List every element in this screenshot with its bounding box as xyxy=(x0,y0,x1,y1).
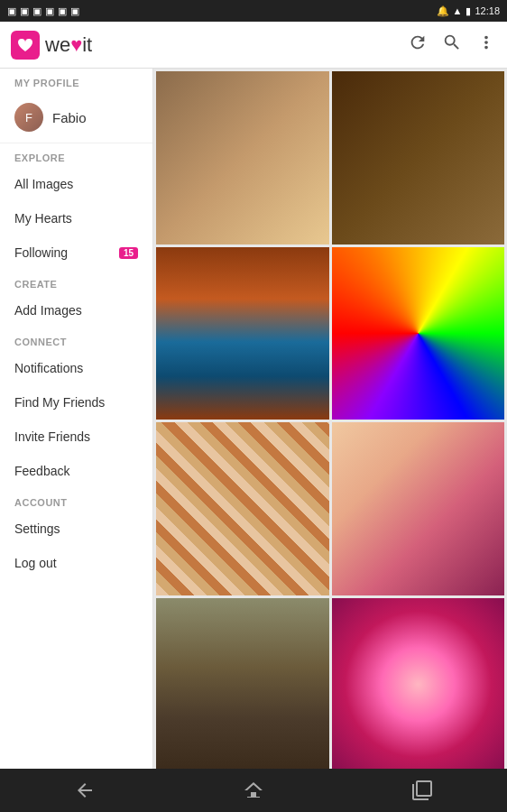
sidebar-item-add-images-label: Add Images xyxy=(14,303,82,318)
sidebar-item-invite-friends[interactable]: Invite Friends xyxy=(0,420,152,454)
sidebar-item-feedback-label: Feedback xyxy=(14,464,69,478)
sidebar-item-settings-label: Settings xyxy=(14,521,60,536)
sidebar-item-my-hearts[interactable]: My Hearts xyxy=(0,201,152,235)
app-logo: we♥it xyxy=(11,31,408,60)
sidebar-item-all-images[interactable]: All Images xyxy=(0,167,152,201)
sidebar-item-add-images[interactable]: Add Images xyxy=(0,293,152,328)
sidebar-username: Fabio xyxy=(52,110,87,125)
sidebar-item-find-friends-label: Find My Friends xyxy=(14,395,105,410)
sidebar-item-following[interactable]: Following 15 xyxy=(0,235,152,270)
wifi-icon: ▲ xyxy=(453,5,463,16)
sidebar: MY PROFILE F Fabio EXPLORE All Images My… xyxy=(0,69,153,769)
grid-item-1[interactable] xyxy=(332,71,505,245)
app-bar: we♥it xyxy=(0,22,507,69)
grid-item-5[interactable] xyxy=(332,422,505,595)
sidebar-item-feedback[interactable]: Feedback xyxy=(0,454,152,488)
grid-image-3 xyxy=(332,247,505,420)
grid-item-3[interactable] xyxy=(332,247,505,420)
refresh-button[interactable] xyxy=(408,32,428,57)
grid-image-7 xyxy=(332,598,505,770)
section-label-my-profile: MY PROFILE xyxy=(0,69,152,92)
sidebar-item-all-images-label: All Images xyxy=(14,177,73,191)
grid-item-0[interactable] xyxy=(156,71,329,245)
sidebar-item-notifications[interactable]: Notifications xyxy=(0,351,152,385)
app-icon-2: ▣ xyxy=(20,5,29,17)
grid-image-1 xyxy=(332,71,505,245)
app-bar-actions xyxy=(408,32,496,57)
time-display: 12:18 xyxy=(475,5,500,16)
avatar: F xyxy=(14,103,43,132)
app-icon-6: ▣ xyxy=(70,5,79,17)
back-button[interactable] xyxy=(58,769,112,812)
image-grid: NOT ALL WHO WANDER ARE LOST xyxy=(153,69,507,769)
sidebar-item-notifications-label: Notifications xyxy=(14,361,83,375)
sidebar-item-invite-friends-label: Invite Friends xyxy=(14,429,90,444)
grid-image-4 xyxy=(156,422,329,595)
section-label-account: ACCOUNT xyxy=(0,488,152,512)
main-layout: MY PROFILE F Fabio EXPLORE All Images My… xyxy=(0,69,507,769)
bottom-navigation-bar xyxy=(0,769,507,812)
app-icon-5: ▣ xyxy=(58,5,67,17)
more-options-button[interactable] xyxy=(476,32,496,57)
grid-item-6[interactable] xyxy=(156,598,329,770)
app-icon-3: ▣ xyxy=(32,5,41,17)
logo-text: we♥it xyxy=(45,33,92,57)
grid-image-2 xyxy=(156,247,329,420)
grid-item-7[interactable] xyxy=(332,598,505,770)
status-bar-left: ▣ ▣ ▣ ▣ ▣ ▣ xyxy=(7,5,79,17)
content-area[interactable]: NOT ALL WHO WANDER ARE LOST xyxy=(153,69,507,769)
sidebar-item-find-friends[interactable]: Find My Friends xyxy=(0,385,152,420)
search-button[interactable] xyxy=(442,32,462,57)
logo-icon xyxy=(11,31,40,60)
section-label-connect: CONNECT xyxy=(0,328,152,351)
avatar-image: F xyxy=(14,103,43,132)
recents-button[interactable] xyxy=(395,769,449,812)
section-label-explore: EXPLORE xyxy=(0,143,152,167)
sidebar-item-logout[interactable]: Log out xyxy=(0,546,152,580)
home-button[interactable] xyxy=(226,769,281,812)
grid-image-0 xyxy=(156,71,329,245)
grid-item-2[interactable] xyxy=(156,247,329,420)
grid-item-4[interactable] xyxy=(156,422,329,595)
sidebar-item-settings[interactable]: Settings xyxy=(0,512,152,546)
app-icon-1: ▣ xyxy=(7,5,16,17)
status-bar: ▣ ▣ ▣ ▣ ▣ ▣ 🔔 ▲ ▮ 12:18 xyxy=(0,0,507,22)
sidebar-item-following-label: Following xyxy=(14,245,68,260)
section-label-create: CREATE xyxy=(0,270,152,293)
status-bar-right: 🔔 ▲ ▮ 12:18 xyxy=(437,5,500,17)
grid-image-5 xyxy=(332,422,505,595)
sidebar-item-my-hearts-label: My Hearts xyxy=(14,211,72,226)
sidebar-user-profile[interactable]: F Fabio xyxy=(0,92,152,143)
following-badge: 15 xyxy=(119,247,138,259)
sidebar-item-logout-label: Log out xyxy=(14,556,57,570)
battery-icon: ▮ xyxy=(466,5,471,17)
notification-icon: 🔔 xyxy=(437,5,449,17)
app-icon-4: ▣ xyxy=(45,5,54,17)
grid-image-6 xyxy=(156,598,329,770)
